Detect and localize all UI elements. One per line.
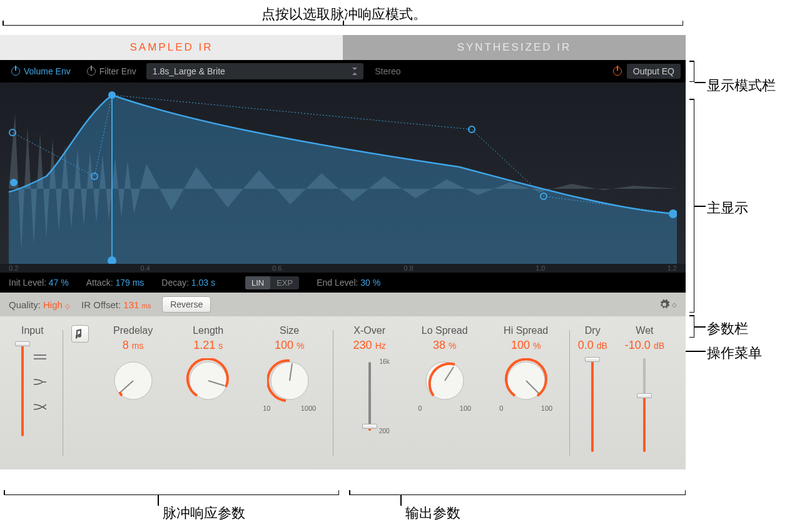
init-level[interactable]: Init Level: 47 % xyxy=(9,278,69,288)
curve-mode-toggle[interactable]: LIN EXP xyxy=(245,276,299,289)
tab-synthesized-ir[interactable]: SYNTHESIZED IR xyxy=(343,35,686,60)
hispread-label: Hi Spread xyxy=(504,325,548,336)
display-mode-bar: Volume Env Filter Env 1.8s_Large & Brite… xyxy=(0,60,686,83)
bracket-maindisplay xyxy=(688,99,694,313)
size-knob[interactable] xyxy=(267,358,312,403)
decay[interactable]: Decay: 1.03 s xyxy=(161,278,215,288)
wet-slider[interactable] xyxy=(643,358,646,452)
preset-name: 1.8s_Large & Brite xyxy=(153,66,225,76)
waveform-display[interactable] xyxy=(9,89,677,264)
lospread-control: Lo Spread 38 % 0100 xyxy=(410,325,479,434)
preset-dropdown[interactable]: 1.8s_Large & Brite xyxy=(146,63,363,79)
line-maindisplay xyxy=(694,206,706,207)
bracket-irparams xyxy=(4,494,339,495)
predelay-label: Predelay xyxy=(113,325,153,336)
tempo-sync-button[interactable] xyxy=(71,325,89,343)
bracket-outputparams xyxy=(349,494,686,495)
xover-control: X-Over 230 Hz 16k 200 xyxy=(342,325,398,434)
dry-label: Dry xyxy=(585,325,601,336)
length-knob[interactable] xyxy=(186,358,231,403)
hispread-knob[interactable] xyxy=(504,358,549,403)
ir-params-section: Predelay 8 ms Length 1.21 s Size 100 % xyxy=(63,325,333,461)
plugin-window: SAMPLED IR SYNTHESIZED IR Volume Env Fil… xyxy=(0,35,686,469)
xover-label: X-Over xyxy=(353,325,385,336)
xover-max: 16k xyxy=(380,358,390,365)
hispread-control: Hi Spread 100 % 0100 xyxy=(492,325,561,434)
action-menu[interactable]: ◇ xyxy=(659,299,677,310)
line-modebar xyxy=(694,82,706,83)
lin-button[interactable]: LIN xyxy=(245,276,270,289)
lospread-knob[interactable] xyxy=(422,358,467,403)
volume-env-label: Volume Env xyxy=(24,66,71,76)
line-outputparams xyxy=(400,494,402,506)
output-eq-group: Output EQ xyxy=(613,64,681,79)
line-irparams xyxy=(158,494,159,506)
bottom-panel: Input Predelay 8 ms xyxy=(0,316,686,469)
parameter-bar: Quality: High ◇ IR Offset: 131 ms Revers… xyxy=(0,293,686,316)
channel-label: Stereo xyxy=(375,66,400,76)
drywet-section: Dry 0.0 dB Wet -10.0 dB xyxy=(569,325,673,461)
callout-outputparams: 输出参数 xyxy=(405,504,460,523)
scale-max: 100 xyxy=(541,404,552,412)
power-icon xyxy=(87,67,96,76)
dry-control: Dry 0.0 dB xyxy=(578,325,607,461)
quality-param[interactable]: Quality: High ◇ xyxy=(9,299,70,310)
output-eq-button[interactable]: Output EQ xyxy=(627,64,681,79)
note-icon xyxy=(76,329,84,339)
input-slider[interactable] xyxy=(21,343,24,436)
handle-peak[interactable] xyxy=(108,91,116,99)
input-section: Input xyxy=(13,325,63,461)
callout-irparams: 脉冲响应参数 xyxy=(163,504,245,523)
callout-top: 点按以选取脉冲响应模式。 xyxy=(0,5,688,24)
callout-modebar: 显示模式栏 xyxy=(707,76,776,95)
exp-button[interactable]: EXP xyxy=(270,276,299,289)
reverse-button[interactable]: Reverse xyxy=(162,296,211,313)
lospread-label: Lo Spread xyxy=(422,325,468,336)
handle-init[interactable] xyxy=(10,179,18,186)
line-parambar xyxy=(694,326,706,328)
callout-maindisplay: 主显示 xyxy=(707,199,748,218)
bracket-parambar xyxy=(688,315,694,338)
xover-min: 200 xyxy=(379,428,390,434)
stereo-icon[interactable] xyxy=(34,353,46,361)
size-label: Size xyxy=(280,325,299,336)
tab-sampled-ir[interactable]: SAMPLED IR xyxy=(0,35,343,60)
main-display[interactable] xyxy=(0,83,686,264)
output-spread-section: X-Over 230 Hz 16k 200 Lo Spread 38 % xyxy=(333,325,569,461)
envelope-readouts: Init Level: 47 % Attack: 179 ms Decay: 1… xyxy=(0,273,686,293)
scale-min: 0 xyxy=(418,404,422,412)
filter-env-label: Filter Env xyxy=(99,66,136,76)
callout-parambar: 参数栏 xyxy=(707,319,748,338)
bracket-modebar xyxy=(688,61,694,82)
predelay-control: Predelay 8 ms xyxy=(105,325,161,412)
scale-min: 10 xyxy=(263,404,270,412)
predelay-knob[interactable] xyxy=(111,358,156,403)
envelope-fill xyxy=(9,95,677,264)
scale-max: 100 xyxy=(460,404,471,412)
callout-line xyxy=(343,21,344,26)
filter-env-button[interactable]: Filter Env xyxy=(81,63,143,79)
dry-slider[interactable] xyxy=(591,358,594,452)
size-control: Size 100 % 101000 xyxy=(255,325,324,412)
gear-icon xyxy=(659,299,670,310)
ir-mode-tabs: SAMPLED IR SYNTHESIZED IR xyxy=(0,35,686,60)
length-label: Length xyxy=(193,325,223,336)
length-control: Length 1.21 s xyxy=(174,325,243,412)
attack[interactable]: Attack: 179 ms xyxy=(86,278,145,288)
input-label: Input xyxy=(21,325,54,336)
power-icon xyxy=(11,67,20,76)
xover-slider[interactable] xyxy=(368,362,371,431)
mono-icon[interactable] xyxy=(34,378,46,386)
volume-env-button[interactable]: Volume Env xyxy=(5,63,77,79)
power-icon[interactable] xyxy=(613,67,622,76)
wet-label: Wet xyxy=(636,325,653,336)
scale-min: 0 xyxy=(499,404,503,412)
xfeed-icon[interactable] xyxy=(34,403,46,411)
end-level[interactable]: End Level: 30 % xyxy=(317,278,380,288)
ir-offset-param[interactable]: IR Offset: 131 ms xyxy=(81,299,151,310)
callout-actionmenu: 操作菜单 xyxy=(707,344,762,363)
wet-control: Wet -10.0 dB xyxy=(625,325,664,461)
scale-max: 1000 xyxy=(301,404,316,412)
